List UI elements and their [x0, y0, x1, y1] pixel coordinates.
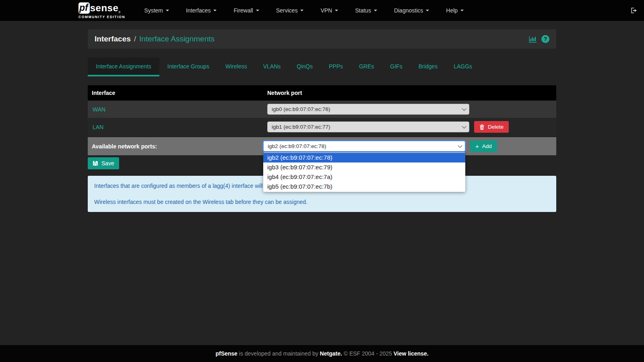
caret-down-icon: [300, 10, 303, 11]
page-footer: pfSense is developed and maintained by N…: [0, 345, 644, 362]
dropdown-option-igb4[interactable]: igb4 (ec:b9:07:07:ec:7a): [263, 172, 465, 182]
footer-view-license-link[interactable]: View license.: [394, 350, 429, 357]
wan-port-select[interactable]: igb0 (ec:b9:07:07:ec:76): [267, 104, 469, 115]
menu-status-label: Status: [355, 7, 371, 14]
available-port-dropdown: igb2 (ec:b9:07:07:ec:78) igb3 (ec:b9:07:…: [263, 152, 465, 192]
dropdown-option-igb5[interactable]: igb5 (ec:b9:07:07:ec:7b): [263, 182, 465, 191]
breadcrumb-section[interactable]: Interfaces: [95, 35, 131, 43]
menu-system-label: System: [144, 7, 163, 14]
dropdown-option-igb2[interactable]: igb2 (ec:b9:07:07:ec:78): [263, 153, 465, 162]
menu-services[interactable]: Services: [268, 1, 312, 20]
table-header-row: Interface Network port: [88, 85, 556, 101]
breadcrumb-separator: /: [134, 35, 136, 43]
wan-interface-link[interactable]: WAN: [88, 106, 105, 113]
footer-text-2: © ESF 2004 - 2025: [342, 350, 394, 357]
save-button-label: Save: [101, 160, 114, 167]
dropdown-option-igb3[interactable]: igb3 (ec:b9:07:07:ec:79): [263, 162, 465, 172]
trash-icon: [479, 124, 485, 130]
caret-down-icon: [374, 10, 377, 11]
chevron-down-icon: [462, 124, 466, 128]
logo-sense-text: sense: [90, 2, 119, 14]
menu-services-label: Services: [276, 7, 298, 14]
delete-button-label: Delete: [488, 124, 504, 130]
menu-interfaces-label: Interfaces: [186, 7, 211, 14]
chevron-down-icon: [462, 106, 466, 111]
status-chart-icon[interactable]: [529, 36, 537, 43]
menu-help[interactable]: Help: [438, 1, 472, 20]
page-header: Interfaces / Interface Assignments ?: [88, 29, 556, 49]
menu-firewall-label: Firewall: [233, 7, 253, 14]
available-ports-label: Available network ports:: [88, 143, 259, 150]
available-port-select[interactable]: igb2 (ec:b9:07:07:ec:78): [263, 141, 465, 152]
footer-netgate-link[interactable]: Netgate.: [320, 350, 342, 357]
tab-laggs[interactable]: LAGGs: [446, 58, 480, 76]
menu-diagnostics[interactable]: Diagnostics: [386, 1, 438, 20]
caret-down-icon: [460, 10, 464, 11]
tab-interface-groups[interactable]: Interface Groups: [159, 58, 217, 76]
tab-qinqs[interactable]: QinQs: [289, 58, 321, 76]
available-ports-row: Available network ports: igb2 (ec:b9:07:…: [88, 137, 556, 155]
menu-diagnostics-label: Diagnostics: [394, 7, 423, 14]
plus-icon: +: [475, 144, 479, 149]
tab-ppps[interactable]: PPPs: [321, 58, 351, 76]
menu-vpn-label: VPN: [320, 7, 332, 14]
add-port-button[interactable]: + Add: [470, 140, 497, 152]
table-row-wan: WAN igb0 (ec:b9:07:07:ec:76): [88, 101, 556, 118]
lan-interface-link[interactable]: LAN: [88, 124, 103, 130]
save-button[interactable]: Save: [88, 157, 119, 169]
info-line-wireless: Wireless interfaces must be created on t…: [94, 198, 550, 206]
footer-brand: pfSense: [215, 350, 237, 357]
tab-bridges[interactable]: Bridges: [411, 58, 446, 76]
logo-registered-mark: ®: [118, 11, 120, 14]
interface-assignments-table: Interface Network port WAN igb0 (ec:b9:0…: [88, 85, 556, 155]
tab-interface-assignments[interactable]: Interface Assignments: [88, 58, 159, 76]
caret-down-icon: [166, 10, 169, 11]
footer-text-1: is developed and maintained by: [237, 350, 320, 357]
caret-down-icon: [213, 10, 217, 11]
wan-port-selected-value: igb0 (ec:b9:07:07:ec:76): [272, 106, 330, 112]
caret-down-icon: [426, 10, 429, 11]
save-floppy-icon: [93, 160, 98, 166]
menu-help-label: Help: [446, 7, 458, 14]
available-port-selected-value: igb2 (ec:b9:07:07:ec:78): [268, 143, 326, 149]
tab-wireless[interactable]: Wireless: [217, 58, 255, 76]
tab-vlans[interactable]: VLANs: [255, 58, 289, 76]
tab-gres[interactable]: GREs: [351, 58, 382, 76]
lan-port-select[interactable]: igb1 (ec:b9:07:07:ec:77): [267, 121, 469, 132]
help-icon[interactable]: ?: [541, 35, 549, 43]
table-row-lan: LAN igb1 (ec:b9:07:07:ec:77) Delete: [88, 118, 556, 136]
logo-tagline: COMMUNITY EDITION: [78, 15, 125, 19]
caret-down-icon: [335, 10, 338, 11]
interfaces-tabs: Interface Assignments Interface Groups W…: [88, 58, 556, 76]
pfsense-logo-wordmark: pfsense®: [78, 2, 125, 14]
logo-pf-badge: pf: [78, 2, 90, 14]
lan-port-selected-value: igb1 (ec:b9:07:07:ec:77): [272, 124, 330, 130]
sign-out-icon[interactable]: [630, 7, 638, 14]
menu-status[interactable]: Status: [347, 1, 386, 20]
chevron-down-icon: [458, 143, 462, 148]
tab-gifs[interactable]: GIFs: [382, 58, 410, 76]
delete-lan-button[interactable]: Delete: [474, 121, 509, 133]
column-header-network-port: Network port: [263, 85, 556, 101]
add-button-label: Add: [482, 143, 492, 149]
menu-interfaces[interactable]: Interfaces: [178, 1, 225, 20]
menu-system[interactable]: System: [136, 1, 178, 20]
top-navbar: pfsense® COMMUNITY EDITION System Interf…: [0, 0, 644, 21]
column-header-interface: Interface: [88, 85, 263, 101]
pfsense-logo[interactable]: pfsense® COMMUNITY EDITION: [78, 2, 125, 19]
breadcrumb-page[interactable]: Interface Assignments: [139, 35, 215, 43]
menu-firewall[interactable]: Firewall: [225, 1, 267, 20]
caret-down-icon: [256, 10, 259, 11]
menu-vpn[interactable]: VPN: [312, 1, 347, 20]
main-menu: System Interfaces Firewall Services VPN …: [136, 1, 472, 20]
